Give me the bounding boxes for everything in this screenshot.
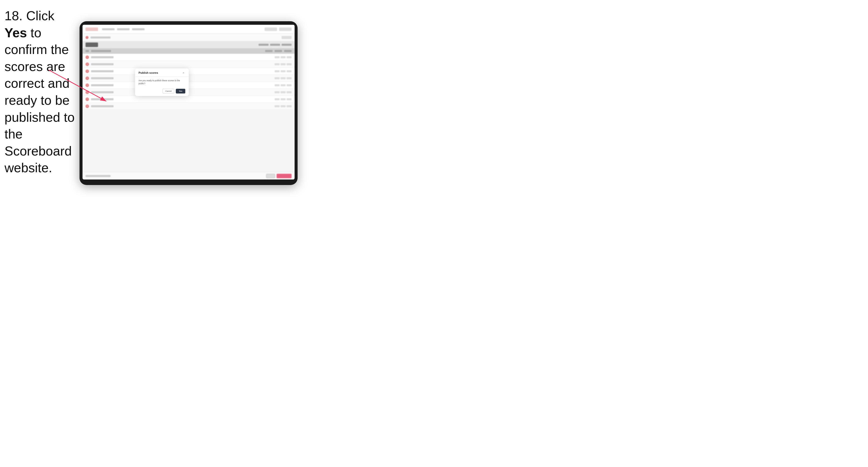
app-header bbox=[83, 25, 294, 34]
app-sub-header bbox=[83, 34, 294, 41]
score-cell bbox=[275, 70, 280, 72]
score-cell bbox=[287, 77, 291, 79]
nav-item-1 bbox=[102, 28, 115, 30]
table-row: 8 bbox=[83, 103, 294, 110]
table-row: 2 bbox=[83, 61, 294, 68]
row-rank: 2 bbox=[86, 62, 89, 66]
score-cell bbox=[281, 63, 286, 65]
col-total bbox=[284, 50, 291, 52]
sub-header-text bbox=[91, 36, 111, 38]
table-row: 1 bbox=[83, 54, 294, 61]
row-scores bbox=[275, 56, 291, 58]
row-scores bbox=[275, 98, 291, 100]
score-cell bbox=[275, 105, 280, 107]
text-after-bold: to confirm the scores are correct and re… bbox=[4, 26, 74, 175]
row-scores bbox=[275, 77, 291, 79]
dialog-header: Publish scores × bbox=[135, 68, 189, 77]
score-cell bbox=[275, 98, 280, 100]
dialog-close-button[interactable]: × bbox=[182, 71, 185, 74]
row-name bbox=[91, 56, 114, 58]
app-nav bbox=[102, 28, 145, 30]
score-cell bbox=[287, 63, 291, 65]
score-cell bbox=[287, 98, 291, 100]
score-cell bbox=[275, 84, 280, 86]
instruction-text: 18. Click Yes to confirm the scores are … bbox=[4, 7, 77, 177]
score-cell bbox=[281, 98, 286, 100]
row-rank: 8 bbox=[86, 104, 89, 108]
row-name bbox=[91, 84, 114, 86]
score-cell bbox=[281, 77, 286, 79]
sub-header-icon bbox=[86, 36, 89, 39]
col-label-1 bbox=[258, 44, 269, 46]
row-name bbox=[91, 70, 114, 72]
sub-header-right bbox=[282, 36, 291, 39]
col-label-2 bbox=[270, 44, 280, 46]
score-cell bbox=[275, 56, 280, 58]
app-background: 1 2 bbox=[83, 25, 294, 180]
col-score2 bbox=[275, 50, 282, 52]
app-action-bar bbox=[83, 41, 294, 48]
row-name bbox=[91, 77, 114, 79]
nav-item-2 bbox=[117, 28, 129, 30]
score-cell bbox=[287, 105, 291, 107]
row-scores bbox=[275, 84, 291, 86]
row-name bbox=[91, 98, 114, 100]
col-label-3 bbox=[282, 44, 291, 46]
table-row: 7 bbox=[83, 96, 294, 103]
col-rank bbox=[86, 50, 89, 52]
tablet-device: 1 2 bbox=[80, 21, 298, 185]
nav-item-3 bbox=[132, 28, 145, 30]
score-cell bbox=[287, 91, 291, 93]
publish-dialog: Publish scores × Are you ready to publis… bbox=[135, 68, 189, 96]
col-name bbox=[91, 50, 111, 52]
dialog-body: Are you ready to publish these scores to… bbox=[135, 77, 189, 96]
bold-yes: Yes bbox=[4, 26, 27, 40]
score-cell bbox=[275, 63, 280, 65]
dialog-title: Publish scores bbox=[138, 71, 158, 74]
table-header bbox=[83, 48, 294, 54]
dialog-message: Are you ready to publish these scores to… bbox=[138, 79, 185, 85]
row-scores bbox=[275, 105, 291, 107]
score-cell bbox=[281, 56, 286, 58]
row-name bbox=[91, 63, 114, 65]
score-cell bbox=[281, 91, 286, 93]
header-btn-2 bbox=[279, 28, 291, 31]
app-logo bbox=[86, 28, 98, 31]
row-rank: 1 bbox=[86, 56, 89, 59]
yes-button[interactable]: Yes bbox=[176, 89, 185, 93]
app-footer bbox=[83, 172, 294, 180]
row-name bbox=[91, 91, 114, 93]
pagination-text bbox=[86, 175, 111, 177]
publish-btn bbox=[277, 174, 291, 178]
step-number: 18. bbox=[4, 8, 23, 23]
score-cell bbox=[287, 70, 291, 72]
row-scores bbox=[275, 70, 291, 72]
score-cell bbox=[275, 91, 280, 93]
col-score1 bbox=[265, 50, 273, 52]
score-cell bbox=[281, 105, 286, 107]
score-cell bbox=[287, 56, 291, 58]
score-cell bbox=[275, 77, 280, 79]
row-rank: 4 bbox=[86, 76, 89, 80]
row-rank: 6 bbox=[86, 91, 89, 94]
score-cell bbox=[281, 70, 286, 72]
row-rank: 3 bbox=[86, 69, 89, 73]
tablet-screen: 1 2 bbox=[83, 25, 294, 180]
score-cell bbox=[281, 84, 286, 86]
row-rank: 5 bbox=[86, 84, 89, 87]
row-rank: 7 bbox=[86, 97, 89, 101]
text-before-bold: Click bbox=[23, 8, 54, 23]
score-cell bbox=[287, 84, 291, 86]
action-bar-cols bbox=[258, 44, 291, 46]
action-publish-btn bbox=[86, 42, 98, 47]
app-header-right bbox=[265, 28, 291, 31]
header-btn-1 bbox=[265, 28, 277, 31]
row-name bbox=[91, 105, 114, 107]
dialog-actions: Cancel Yes bbox=[138, 89, 185, 93]
save-btn bbox=[266, 174, 275, 178]
row-scores bbox=[275, 91, 291, 93]
cancel-button[interactable]: Cancel bbox=[162, 89, 174, 93]
footer-actions bbox=[266, 174, 291, 178]
row-scores bbox=[275, 63, 291, 65]
